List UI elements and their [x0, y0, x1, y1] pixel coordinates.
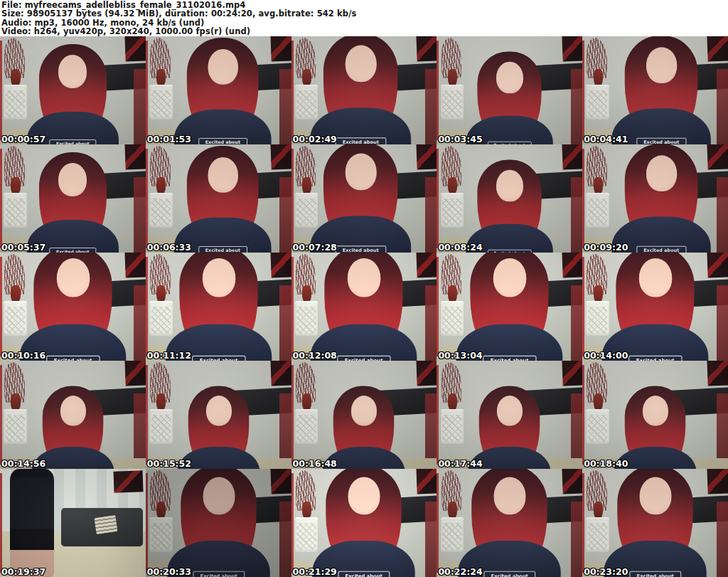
hair-shape: [478, 159, 542, 248]
hair-shape: [43, 386, 103, 469]
thumbnail-placeholder: Excited about everything: [437, 36, 582, 144]
face-shape: [643, 396, 668, 425]
wall-art-shape: [707, 253, 728, 278]
dried-flowers-shape: [4, 254, 25, 295]
frame-edge-stripe: [0, 41, 2, 140]
video-thumbnail: Excited about everything 00:03:45: [437, 36, 582, 144]
frame-edge-stripe: [291, 365, 294, 465]
frame-edge-stripe: [582, 257, 584, 356]
frame-edge-stripe: [146, 473, 148, 573]
person-silhouette: Excited about everything: [14, 253, 132, 361]
vase-shape: [448, 285, 457, 304]
vase-shape: [156, 177, 166, 196]
shirt-text: Excited about everything: [46, 356, 100, 361]
wall-art-shape: [124, 36, 145, 62]
timestamp-overlay: 00:18:40: [584, 458, 628, 469]
wall-art-shape: [416, 469, 437, 494]
dried-flowers-shape: [296, 362, 316, 403]
desk-shape: [658, 387, 728, 417]
timestamp-overlay: 00:01:53: [147, 134, 191, 144]
person-silhouette: Excited about everything: [609, 385, 701, 469]
thumbnail-placeholder: Excited about everything: [582, 36, 728, 144]
video-thumbnail: Excited about everything 00:06:33: [146, 144, 291, 253]
dried-flowers-shape: [441, 362, 462, 403]
person-silhouette: Excited about everything: [0, 469, 146, 577]
frame-edge-stripe: [146, 41, 148, 140]
vase-shape: [11, 285, 20, 304]
dried-flowers-shape: [150, 254, 171, 295]
red-chair-shape: [571, 69, 582, 144]
frame-edge-stripe: [291, 41, 294, 140]
thumbnail-placeholder: Excited about everything: [437, 361, 582, 469]
frame-edge-stripe: [291, 473, 294, 573]
shirt-text: Excited about everything: [50, 248, 96, 253]
video-thumbnail: Excited about everything 00:00:57: [0, 36, 146, 144]
shirt-text: Excited about everything: [628, 356, 682, 361]
desk-shape: [658, 171, 728, 201]
red-chair-shape: [425, 502, 437, 577]
vase-shape: [156, 393, 166, 412]
person-silhouette: Excited about everything: [453, 469, 567, 577]
wall-art-shape: [707, 36, 728, 62]
dried-flowers-shape: [296, 146, 316, 187]
dried-flowers-shape: [441, 470, 462, 512]
desk-shape: [658, 495, 728, 525]
vase-shape: [302, 285, 311, 304]
timestamp-overlay: 00:13:04: [438, 350, 482, 361]
red-chair-shape: [134, 69, 145, 144]
hair-shape: [188, 386, 249, 469]
desk-shape: [658, 279, 728, 309]
video-thumbnail: Excited about everything 00:12:08: [291, 253, 437, 361]
vase-shape: [448, 393, 457, 412]
wicker-stool-shape: [4, 409, 27, 444]
person-silhouette: Excited about everything: [159, 253, 277, 361]
person-silhouette: Excited about everything: [318, 385, 410, 469]
wall-art-shape: [562, 36, 582, 62]
desk-shape: [75, 63, 145, 92]
wall-art-shape: [562, 253, 582, 278]
timestamp-overlay: 00:05:37: [1, 242, 46, 253]
desk-shape: [221, 171, 291, 201]
wall-art-shape: [270, 36, 291, 62]
desk-shape: [221, 495, 291, 525]
video-thumbnail: Excited about everything 00:16:48: [291, 361, 437, 469]
red-chair-shape: [279, 177, 291, 253]
desk-shape: [367, 63, 437, 92]
wicker-stool-shape: [4, 193, 27, 228]
person-silhouette: Excited about everything: [461, 159, 558, 253]
thumbnail-placeholder: Excited about everything: [291, 144, 437, 253]
shirt-text: Excited about everything: [636, 246, 687, 253]
wicker-stool-shape: [149, 85, 173, 120]
person-silhouette: Excited about everything: [305, 144, 417, 253]
hair-shape: [324, 36, 398, 135]
face-shape: [346, 153, 377, 190]
red-chair-shape: [717, 69, 728, 144]
desk-shape: [513, 63, 582, 92]
timestamp-overlay: 00:21:29: [293, 566, 337, 577]
video-thumbnail: Excited about everything 00:17:44: [437, 361, 582, 469]
video-thumbnail: Excited about everything 00:05:37: [0, 144, 146, 253]
wall-art-shape: [562, 469, 582, 494]
timestamp-overlay: 00:10:16: [1, 350, 46, 361]
wall-art-shape: [124, 144, 145, 170]
timestamp-overlay: 00:14:00: [584, 350, 628, 361]
red-chair-shape: [279, 285, 291, 361]
thumbnail-placeholder: Excited about everything: [437, 253, 582, 361]
wicker-stool-shape: [295, 409, 318, 444]
timestamp-overlay: 00:22:24: [438, 566, 482, 577]
thumbnail-placeholder: Excited about everything: [582, 253, 728, 361]
timestamp-overlay: 00:14:56: [1, 458, 46, 469]
dried-flowers-shape: [150, 146, 171, 187]
person-silhouette: Excited about everything: [305, 36, 417, 144]
red-chair-shape: [134, 393, 145, 469]
timestamp-overlay: 00:23:20: [584, 566, 628, 577]
timestamp-overlay: 00:17:44: [438, 458, 482, 469]
shirt-text: Excited about everything: [198, 247, 247, 253]
desk-shape: [75, 279, 145, 309]
hair-shape: [39, 152, 107, 245]
vase-shape: [302, 393, 311, 412]
thumbnail-placeholder: Excited about everything: [0, 253, 146, 361]
red-chair-shape: [425, 285, 437, 361]
timestamp-overlay: 00:02:49: [293, 134, 337, 144]
face-shape: [208, 157, 238, 193]
